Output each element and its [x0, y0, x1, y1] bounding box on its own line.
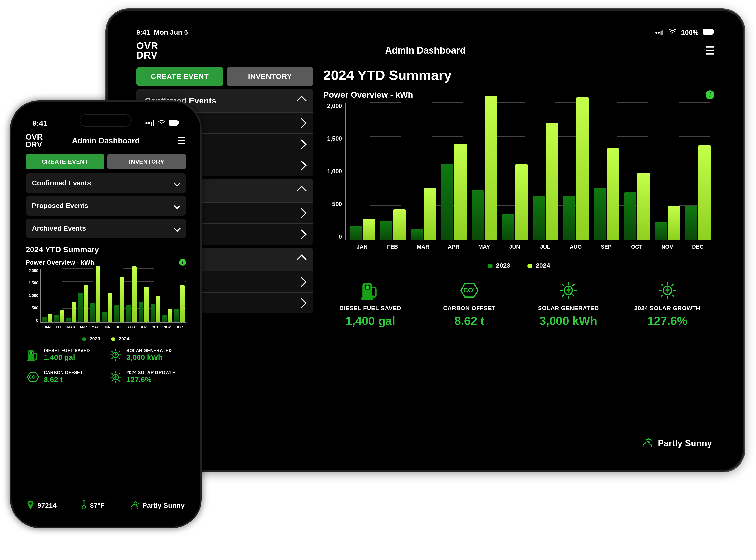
bar-2024[interactable] [363, 219, 375, 240]
svg-rect-12 [178, 122, 179, 124]
bar-2023[interactable] [532, 196, 545, 240]
bar-2023[interactable] [42, 317, 47, 322]
thermometer-icon [81, 500, 86, 511]
bar-group [127, 269, 137, 322]
bar-2023[interactable] [685, 205, 697, 240]
phone-device: 9:41 ••ıl OVRDRV Admin Dashboard ☰ CREAT… [10, 100, 202, 528]
status-date: Mon Jun 6 [154, 28, 188, 36]
bar-2023[interactable] [411, 228, 423, 240]
stat-value: 8.62 t [44, 375, 83, 384]
bar-2024[interactable] [108, 293, 112, 322]
summary-title: 2024 YTD Summary [25, 245, 186, 254]
bar-2023[interactable] [127, 305, 131, 322]
info-icon[interactable]: i [705, 91, 714, 99]
bar-2024[interactable] [424, 187, 436, 240]
bar-2024[interactable] [180, 285, 185, 322]
svg-point-21 [82, 506, 85, 509]
bar-2024[interactable] [120, 277, 124, 322]
chevron-down-icon [174, 225, 180, 232]
svg-text:$: $ [30, 352, 32, 354]
proposed-events-header[interactable]: Proposed Events [25, 196, 186, 216]
bar-2023[interactable] [624, 193, 636, 240]
bar-2023[interactable] [350, 226, 362, 240]
bar-2024[interactable] [607, 148, 619, 240]
sun-icon [108, 370, 123, 384]
bar-2024[interactable] [84, 285, 88, 322]
bar-2024[interactable] [637, 173, 650, 240]
logo[interactable]: OVRDRV [136, 41, 158, 60]
bar-2024[interactable] [144, 287, 148, 322]
svg-rect-0 [703, 29, 713, 35]
page-title: Admin Dashboard [72, 136, 140, 145]
x-tick: APR [441, 240, 466, 255]
bar-2024[interactable] [668, 205, 680, 240]
create-event-button[interactable]: CREATE EVENT [25, 154, 104, 169]
bar-2023[interactable] [138, 302, 143, 322]
stat-value: 127.6% [620, 314, 715, 328]
x-tick: NOV [162, 323, 172, 333]
bar-2023[interactable] [78, 293, 83, 322]
bar-2023[interactable] [563, 196, 576, 240]
bar-2024[interactable] [698, 145, 711, 240]
svg-text:CO²: CO² [464, 286, 476, 294]
legend-2023: 2023 [488, 262, 510, 269]
bar-2023[interactable] [162, 315, 167, 322]
logo[interactable]: OVRDRV [25, 133, 42, 148]
bar-2023[interactable] [380, 221, 392, 240]
svg-rect-16 [27, 360, 35, 361]
legend-2024: 2024 [527, 262, 550, 269]
x-tick: SEP [594, 240, 619, 255]
hamburger-menu-icon[interactable]: ☰ [705, 44, 714, 57]
bar-2023[interactable] [90, 303, 95, 322]
bar-2024[interactable] [576, 97, 589, 240]
bar-2024[interactable] [132, 266, 136, 322]
bar-2024[interactable] [168, 309, 172, 322]
stat-label: 2024 SOLAR GROWTH [127, 370, 176, 375]
hamburger-menu-icon[interactable]: ☰ [177, 135, 186, 146]
chevron-right-icon [297, 208, 307, 218]
bar-2024[interactable] [96, 266, 100, 322]
svg-rect-11 [169, 120, 178, 125]
signal-icon: ••ıl [145, 119, 155, 127]
bar-2024[interactable] [60, 311, 64, 322]
confirmed-events-header[interactable]: Confirmed Events [25, 173, 186, 193]
bar-2024[interactable] [72, 302, 76, 322]
bar-2024[interactable] [516, 164, 528, 240]
y-tick: 1,500 [25, 281, 38, 285]
inventory-button[interactable]: INVENTORY [107, 154, 186, 169]
bar-group [380, 102, 406, 240]
bar-2023[interactable] [54, 315, 59, 322]
x-tick: AUG [126, 323, 137, 333]
x-tick: NOV [655, 240, 680, 255]
bar-2024[interactable] [454, 144, 467, 240]
bar-2024[interactable] [546, 123, 558, 240]
bar-2023[interactable] [471, 190, 484, 240]
bar-2023[interactable] [114, 305, 119, 322]
info-icon[interactable]: i [179, 259, 186, 266]
bar-2023[interactable] [502, 214, 515, 240]
status-time: 9:41 [33, 119, 47, 127]
bar-2023[interactable] [66, 318, 71, 322]
x-tick: OCT [624, 240, 650, 255]
bar-2023[interactable] [174, 309, 179, 322]
tablet-screen: 9:41 Mon Jun 6 ••ıl 100% OVRDRV Admin Da… [125, 22, 726, 459]
bar-2024[interactable] [393, 209, 406, 240]
stats-grid: $ DIESEL FUEL SAVED 1,400 gal SOLAR GENE… [25, 347, 186, 384]
bar-2023[interactable] [594, 187, 606, 240]
bar-group [655, 102, 680, 240]
inventory-button[interactable]: INVENTORY [227, 67, 313, 86]
bar-group [162, 269, 172, 322]
sun-icon [620, 279, 715, 301]
bar-2023[interactable] [151, 304, 155, 322]
create-event-button[interactable]: CREATE EVENT [136, 67, 223, 86]
bar-2023[interactable] [655, 222, 667, 240]
bar-2024[interactable] [48, 314, 52, 322]
bar-2024[interactable] [485, 96, 497, 240]
archived-events-header[interactable]: Archived Events [25, 219, 186, 238]
chart-title: Power Overview - kWh [25, 259, 94, 266]
bar-2023[interactable] [441, 164, 453, 240]
bar-2023[interactable] [102, 312, 107, 322]
bar-2024[interactable] [156, 296, 160, 322]
x-tick: JUL [532, 240, 558, 255]
stat-value: 3,000 kWh [521, 314, 616, 328]
